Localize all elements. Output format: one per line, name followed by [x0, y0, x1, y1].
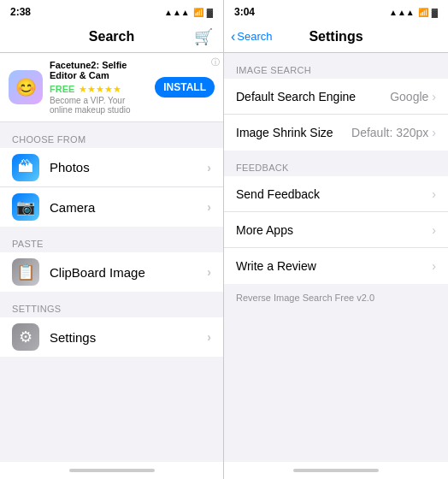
write-review-chevron: ›: [432, 259, 436, 273]
ad-info-icon[interactable]: ⓘ: [211, 56, 220, 68]
list-item-photos[interactable]: 🏔 Photos ›: [0, 148, 223, 187]
camera-chevron: ›: [207, 200, 211, 214]
send-feedback-chevron: ›: [432, 187, 436, 201]
left-home-bar: [69, 469, 155, 472]
write-review-label: Write a Review: [236, 259, 316, 273]
left-home-indicator: [0, 462, 223, 479]
feedback-group: Send Feedback › More Apps › Write a Revi…: [224, 176, 448, 284]
list-item-settings[interactable]: ⚙ Settings ›: [0, 317, 223, 357]
default-search-engine-label: Default Search Engine: [236, 90, 356, 103]
left-status-bar: 2:38 ▲▲▲ 📶 ▓: [0, 0, 223, 21]
ad-name: Facetune2: Selfie Editor & Cam: [50, 60, 148, 80]
wifi-icon: 📶: [193, 8, 203, 17]
right-home-indicator: [224, 462, 448, 479]
image-shrink-chevron: ›: [432, 126, 436, 139]
feedback-header: FEEDBACK: [224, 151, 448, 176]
clipboard-icon: 📋: [12, 258, 39, 286]
signal-icon: ▲▲▲: [164, 8, 190, 17]
right-wifi-icon: 📶: [418, 8, 428, 17]
default-search-engine-value: Google ›: [390, 90, 436, 103]
right-nav-bar: ‹ Search Settings: [224, 21, 448, 53]
more-apps-item[interactable]: More Apps ›: [224, 212, 448, 248]
choose-from-header: CHOOSE FROM: [0, 122, 223, 148]
cart-icon[interactable]: 🛒: [194, 27, 213, 46]
left-nav-title: Search: [89, 29, 134, 44]
paste-group: 📋 ClipBoard Image ›: [0, 252, 223, 292]
right-status-icons: ▲▲▲ 📶 ▓: [389, 8, 438, 17]
photos-icon: 🏔: [12, 154, 39, 181]
version-text: Reverse Image Search Free v2.0: [224, 284, 448, 311]
left-status-icons: ▲▲▲ 📶 ▓: [164, 8, 213, 17]
choose-from-group: 🏔 Photos › 📷 Camera ›: [0, 148, 223, 227]
ad-stars: ★★★★★: [79, 84, 121, 94]
back-button[interactable]: ‹ Search: [231, 29, 273, 44]
image-shrink-label: Image Shrink Size: [236, 126, 333, 139]
ad-app-icon: 😊: [9, 70, 43, 104]
right-battery-icon: ▓: [432, 8, 438, 17]
image-shrink-item[interactable]: Image Shrink Size Default: 320px ›: [224, 115, 448, 151]
right-panel: 3:04 ▲▲▲ 📶 ▓ ‹ Search Settings IMAGE SEA…: [224, 0, 448, 479]
right-home-bar: [293, 469, 379, 472]
list-item-camera[interactable]: 📷 Camera ›: [0, 187, 223, 227]
battery-icon: ▓: [207, 8, 213, 17]
clipboard-label: ClipBoard Image: [50, 265, 197, 280]
ad-free-stars: FREE ★★★★★: [50, 80, 148, 96]
back-label: Search: [237, 30, 272, 43]
paste-header: PASTE: [0, 227, 223, 252]
right-time: 3:04: [234, 6, 255, 18]
default-search-chevron: ›: [432, 90, 436, 103]
settings-header: SETTINGS: [0, 292, 223, 317]
ad-banner: 😊 Facetune2: Selfie Editor & Cam FREE ★★…: [0, 53, 223, 122]
image-shrink-text: Default: 320px: [351, 126, 428, 139]
clipboard-chevron: ›: [207, 265, 211, 279]
image-search-group: Default Search Engine Google › Image Shr…: [224, 79, 448, 151]
more-apps-chevron: ›: [432, 223, 436, 237]
camera-icon: 📷: [12, 193, 39, 221]
send-feedback-item[interactable]: Send Feedback ›: [224, 176, 448, 212]
ad-free-label: FREE: [50, 84, 74, 94]
install-button[interactable]: INSTALL: [155, 77, 215, 98]
photos-label: Photos: [50, 160, 197, 174]
settings-chevron: ›: [207, 330, 211, 344]
settings-group: ⚙ Settings ›: [0, 317, 223, 357]
camera-label: Camera: [50, 200, 197, 215]
default-search-engine-item[interactable]: Default Search Engine Google ›: [224, 79, 448, 115]
settings-icon: ⚙: [12, 323, 39, 351]
more-apps-label: More Apps: [236, 223, 293, 237]
send-feedback-label: Send Feedback: [236, 187, 320, 201]
left-panel: 2:38 ▲▲▲ 📶 ▓ Search 🛒 😊 Facetune2: Selfi…: [0, 0, 224, 479]
ad-text: Facetune2: Selfie Editor & Cam FREE ★★★★…: [50, 60, 148, 115]
image-shrink-value: Default: 320px ›: [351, 126, 436, 139]
left-time: 2:38: [10, 6, 31, 18]
ad-desc: Become a VIP. Your online makeup studio: [50, 96, 148, 115]
right-signal-icon: ▲▲▲: [389, 8, 415, 17]
back-chevron-icon: ‹: [231, 29, 235, 44]
list-item-clipboard[interactable]: 📋 ClipBoard Image ›: [0, 252, 223, 292]
right-nav-title: Settings: [309, 29, 363, 44]
photos-chevron: ›: [207, 161, 211, 174]
left-nav-bar: Search 🛒: [0, 21, 223, 53]
right-status-bar: 3:04 ▲▲▲ 📶 ▓: [224, 0, 448, 21]
default-search-engine-text: Google: [390, 90, 428, 103]
image-search-header: IMAGE SEARCH: [224, 53, 448, 79]
write-review-item[interactable]: Write a Review ›: [224, 248, 448, 284]
settings-label: Settings: [50, 330, 197, 345]
